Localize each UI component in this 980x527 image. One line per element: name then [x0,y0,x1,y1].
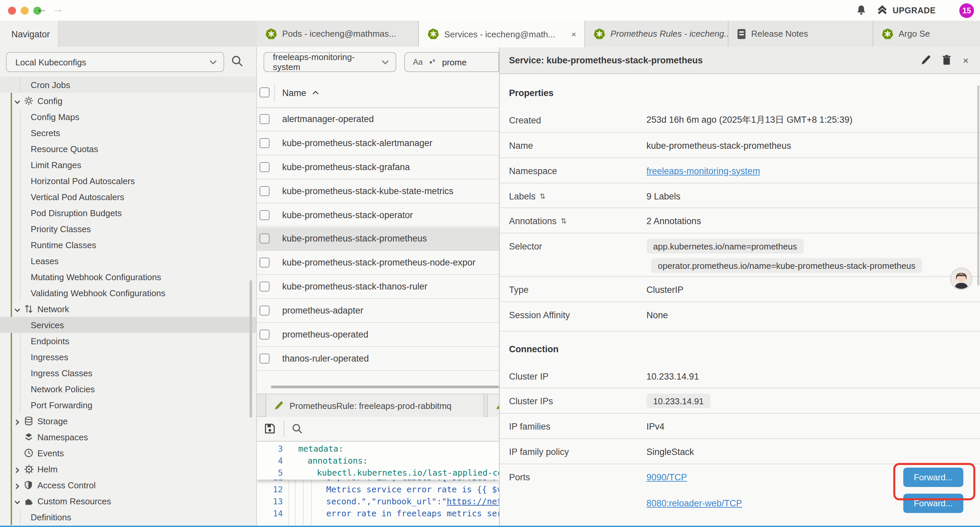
table-row[interactable]: kube-prometheus-stack-kube-state-metrics [257,179,499,203]
row-checkbox[interactable] [259,210,269,220]
tab-5[interactable]: Argo Se [873,21,980,47]
port-link[interactable]: 8080:reloader-web/TCP [646,498,742,508]
table-row[interactable]: alertmanager-operated [257,107,499,131]
row-checkbox[interactable] [259,138,269,148]
select-all-checkbox[interactable] [259,88,269,97]
sort-toggle-icon[interactable]: ⇅ [540,192,546,201]
line-number: 3 [257,443,283,455]
sidebar-item-mutating-webhook-configurations[interactable]: Mutating Webhook Configurations [0,269,257,285]
column-header-name[interactable]: Name [282,78,319,107]
table-row[interactable]: kube-prometheus-stack-alertmanager [257,131,499,155]
delete-icon[interactable] [942,55,951,65]
forward-button[interactable]: → [52,3,64,16]
filter-input[interactable]: Aa ▪* prome [404,52,499,72]
tab-3[interactable]: Prometheus Rules - icecheng... [585,21,729,47]
namespace-link[interactable]: freeleaps-monitoring-system [646,166,760,176]
sidebar-item-validating-webhook-configurations[interactable]: Validating Webhook Configurations [0,285,257,301]
chevron-down-icon[interactable] [14,306,21,315]
sidebar-item-leases[interactable]: Leases [0,253,257,269]
sidebar-item-ingress-classes[interactable]: Ingress Classes [0,365,257,381]
sidebar-item-helm[interactable]: Helm [0,461,257,477]
table-row[interactable]: kube-prometheus-stack-grafana [257,155,499,180]
upgrade-button[interactable]: UPGRADE [877,5,935,16]
back-button[interactable]: ← [36,3,48,16]
sidebar-item-network[interactable]: Network [0,301,257,317]
sidebar-scrollbar[interactable] [250,280,252,417]
row-checkbox[interactable] [259,353,269,363]
table-row[interactable]: prometheus-operated [257,323,499,347]
row-checkbox[interactable] [259,258,269,268]
sidebar-item-config[interactable]: Config [0,93,257,109]
editor-tab-prometheusrule[interactable]: PrometheusRule: freeleaps-prod-rabbitmq [266,394,484,417]
sidebar-item-vertical-pod-autoscalers[interactable]: Vertical Pod Autoscalers [0,189,257,205]
chevron-right-icon[interactable] [14,482,21,492]
tree-indent-guide [20,509,20,525]
row-checkbox[interactable] [259,282,269,291]
chevron-down-icon[interactable] [14,498,21,508]
tab-close-icon[interactable]: × [570,29,578,39]
notifications-bell-icon[interactable] [856,5,867,16]
row-checkbox[interactable] [259,162,269,172]
kubeconfig-selector[interactable]: Local Kubeconfigs [6,52,224,72]
sidebar-item-services[interactable]: Services [0,317,257,333]
sidebar-item-network-policies[interactable]: Network Policies [0,381,257,397]
sidebar-item-cron-jobs[interactable]: Cron Jobs [0,77,257,93]
row-checkbox[interactable] [259,306,269,315]
table-row[interactable]: kube-prometheus-stack-prometheus [257,227,499,251]
sidebar-item-resource-quotas[interactable]: Resource Quotas [0,141,257,157]
sidebar-item-horizontal-pod-autoscalers[interactable]: Horizontal Pod Autoscalers [0,173,257,189]
sidebar-item-runtime-classes[interactable]: Runtime Classes [0,237,257,253]
avatar[interactable] [950,267,972,290]
tab-2[interactable]: Services - icecheng@math...× [419,21,585,47]
sidebar-item-pod-disruption-budgets[interactable]: Pod Disruption Budgets [0,205,257,221]
editor-search-icon[interactable] [291,423,303,434]
window-minimize-button[interactable] [21,6,29,14]
row-checkbox[interactable] [259,114,269,124]
window-close-button[interactable] [8,6,16,14]
sidebar-item-custom-resources[interactable]: Custom Resources [0,493,257,509]
sidebar-item-port-forwarding[interactable]: Port Forwarding [0,397,257,413]
sidebar-item-access-control[interactable]: Access Control [0,477,257,493]
sidebar-item-events[interactable]: Events [0,445,257,461]
editor-tab-partial[interactable] [487,394,499,417]
tab-navigator[interactable]: Navigator [0,21,59,47]
close-icon[interactable]: × [963,55,969,65]
sidebar-search-icon[interactable] [231,55,243,67]
edit-icon[interactable] [921,55,931,65]
sidebar-item-secrets[interactable]: Secrets [0,125,257,141]
tab-1[interactable]: Pods - icecheng@mathmas... [257,21,419,47]
panel-scrollbar[interactable] [977,85,979,285]
tab-4[interactable]: Release Notes [729,21,873,47]
upgrade-label: UPGRADE [892,6,935,15]
chevron-down-icon[interactable] [14,97,21,107]
sidebar-item-namespaces[interactable]: Namespaces [0,429,257,445]
match-case-icon[interactable]: Aa [413,57,423,67]
table-row[interactable]: prometheus-adapter [257,299,499,323]
sidebar-item-limit-ranges[interactable]: Limit Ranges [0,157,257,173]
regex-icon[interactable]: ▪* [429,57,435,67]
list-horizontal-scrollbar[interactable] [271,385,499,388]
property-label: Labels⇅ [509,183,546,209]
row-checkbox[interactable] [259,186,269,196]
sidebar-item-definitions[interactable]: Definitions [0,509,257,525]
sort-toggle-icon[interactable]: ⇅ [561,217,567,225]
table-row[interactable]: kube-prometheus-stack-operator [257,203,499,227]
row-checkbox[interactable] [259,234,269,244]
sidebar-item-storage[interactable]: Storage [0,413,257,429]
table-row[interactable]: kube-prometheus-stack-thanos-ruler [257,275,499,299]
yaml-editor[interactable]: 110","for":"1m","labels":{"service":"12M… [257,441,499,525]
chevron-right-icon[interactable] [14,466,21,476]
sidebar-item-config-maps[interactable]: Config Maps [0,109,257,125]
sidebar-item-endpoints[interactable]: Endpoints [0,333,257,349]
table-row[interactable]: kube-prometheus-stack-prometheus-node-ex… [257,251,499,275]
notification-count-badge[interactable]: 15 [959,3,974,18]
sidebar-item-priority-classes[interactable]: Priority Classes [0,221,257,237]
port-link[interactable]: 9090/TCP [646,472,687,482]
filter-value: prome [442,57,467,67]
sidebar-item-ingresses[interactable]: Ingresses [0,349,257,365]
save-icon[interactable] [264,423,275,434]
row-checkbox[interactable] [259,330,269,339]
chevron-right-icon[interactable] [14,417,21,428]
table-row[interactable]: thanos-ruler-operated [257,347,499,371]
namespace-selector[interactable]: freeleaps-monitoring-system [264,52,396,72]
